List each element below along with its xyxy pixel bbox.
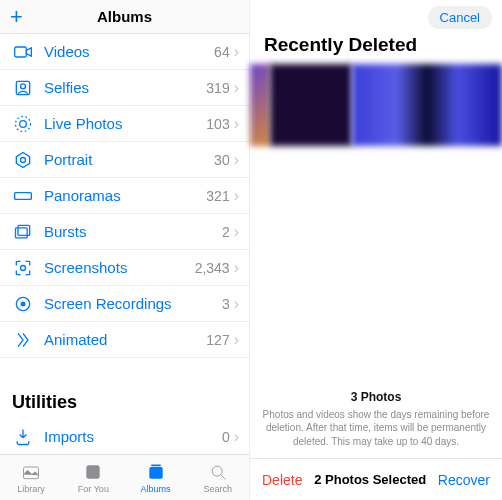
svg-point-17 <box>212 466 222 476</box>
chevron-right-icon: › <box>234 151 239 169</box>
tab-label: Albums <box>141 484 171 494</box>
selfies-icon <box>12 77 34 99</box>
row-label: Panoramas <box>44 187 206 204</box>
svg-rect-6 <box>15 192 32 199</box>
right-body: 3 Photos Photos and videos show the days… <box>250 146 502 458</box>
tab-library[interactable]: Library <box>0 455 62 500</box>
utilities-heading: Utilities <box>0 386 249 419</box>
row-label: Selfies <box>44 79 206 96</box>
row-selfies[interactable]: Selfies 319 › <box>0 70 249 106</box>
delete-button[interactable]: Delete <box>262 472 302 488</box>
recordings-icon <box>12 293 34 315</box>
row-count: 3 <box>222 296 230 312</box>
tab-library-icon <box>20 462 42 482</box>
chevron-right-icon: › <box>234 223 239 241</box>
tab-foryou-icon <box>82 462 104 482</box>
deleted-thumbnails[interactable] <box>250 64 502 146</box>
tab-albums[interactable]: Albums <box>125 455 187 500</box>
tab-foryou[interactable]: For You <box>62 455 124 500</box>
action-bar: Delete 2 Photos Selected Recover <box>250 458 502 500</box>
svg-point-5 <box>21 157 26 162</box>
svg-rect-0 <box>15 47 27 57</box>
row-count: 30 <box>214 152 230 168</box>
svg-rect-15 <box>149 467 162 479</box>
thumbnail[interactable] <box>270 64 352 146</box>
recently-deleted-pane: Cancel Recently Deleted 3 Photos Photos … <box>250 0 502 500</box>
svg-point-9 <box>21 265 26 270</box>
row-panoramas[interactable]: Panoramas 321 › <box>0 178 249 214</box>
row-livephotos[interactable]: Live Photos 103 › <box>0 106 249 142</box>
row-bursts[interactable]: Bursts 2 › <box>0 214 249 250</box>
svg-point-2 <box>21 83 26 88</box>
right-header: Cancel <box>250 0 502 34</box>
row-count: 0 <box>222 429 230 445</box>
row-count: 103 <box>206 116 229 132</box>
chevron-right-icon: › <box>234 295 239 313</box>
thumbnail[interactable] <box>352 64 502 146</box>
videos-icon <box>12 41 34 63</box>
thumbnail[interactable] <box>250 64 270 146</box>
row-screenshots[interactable]: Screenshots 2,343 › <box>0 250 249 286</box>
svg-rect-8 <box>18 225 30 235</box>
row-count: 64 <box>214 44 230 60</box>
imports-icon <box>12 426 34 448</box>
row-label: Screenshots <box>44 259 195 276</box>
row-count: 321 <box>206 188 229 204</box>
row-imports[interactable]: Imports 0 › <box>0 419 249 454</box>
chevron-right-icon: › <box>234 259 239 277</box>
chevron-right-icon: › <box>234 43 239 61</box>
screenshots-icon <box>12 257 34 279</box>
row-label: Screen Recordings <box>44 295 222 312</box>
tab-label: Library <box>17 484 45 494</box>
svg-point-3 <box>20 120 27 127</box>
recover-button[interactable]: Recover <box>438 472 490 488</box>
svg-point-4 <box>16 116 31 131</box>
albums-title: Albums <box>97 8 152 25</box>
cancel-button[interactable]: Cancel <box>428 6 492 29</box>
svg-rect-7 <box>16 227 28 237</box>
bursts-icon <box>12 221 34 243</box>
albums-header: + Albums <box>0 0 249 34</box>
row-label: Live Photos <box>44 115 206 132</box>
tab-search[interactable]: Search <box>187 455 249 500</box>
tab-search-icon <box>207 462 229 482</box>
svg-rect-14 <box>87 465 100 478</box>
albums-pane: + Albums Videos 64 › Selfies 319 › Live … <box>0 0 250 500</box>
row-label: Animated <box>44 331 206 348</box>
row-label: Bursts <box>44 223 222 240</box>
row-label: Portrait <box>44 151 214 168</box>
chevron-right-icon: › <box>234 79 239 97</box>
albums-list[interactable]: Videos 64 › Selfies 319 › Live Photos 10… <box>0 34 249 454</box>
tab-label: For You <box>78 484 109 494</box>
svg-point-11 <box>21 301 26 306</box>
row-count: 127 <box>206 332 229 348</box>
animated-icon <box>12 329 34 351</box>
chevron-right-icon: › <box>234 428 239 446</box>
chevron-right-icon: › <box>234 187 239 205</box>
row-count: 2,343 <box>195 260 230 276</box>
photo-count: 3 Photos <box>351 390 402 404</box>
row-label: Imports <box>44 428 222 445</box>
deletion-description: Photos and videos show the days remainin… <box>262 408 490 449</box>
row-label: Videos <box>44 43 214 60</box>
tab-label: Search <box>204 484 233 494</box>
row-videos[interactable]: Videos 64 › <box>0 34 249 70</box>
row-portrait[interactable]: Portrait 30 › <box>0 142 249 178</box>
row-count: 319 <box>206 80 229 96</box>
chevron-right-icon: › <box>234 115 239 133</box>
tab-bar: Library For You Albums Search <box>0 454 249 500</box>
livephotos-icon <box>12 113 34 135</box>
chevron-right-icon: › <box>234 331 239 349</box>
recently-deleted-title: Recently Deleted <box>250 34 502 64</box>
row-count: 2 <box>222 224 230 240</box>
portrait-icon <box>12 149 34 171</box>
row-animated[interactable]: Animated 127 › <box>0 322 249 358</box>
selection-count: 2 Photos Selected <box>314 472 426 487</box>
panoramas-icon <box>12 185 34 207</box>
row-recordings[interactable]: Screen Recordings 3 › <box>0 286 249 322</box>
tab-albums-icon <box>145 462 167 482</box>
svg-rect-16 <box>151 464 161 466</box>
add-album-button[interactable]: + <box>10 6 23 28</box>
